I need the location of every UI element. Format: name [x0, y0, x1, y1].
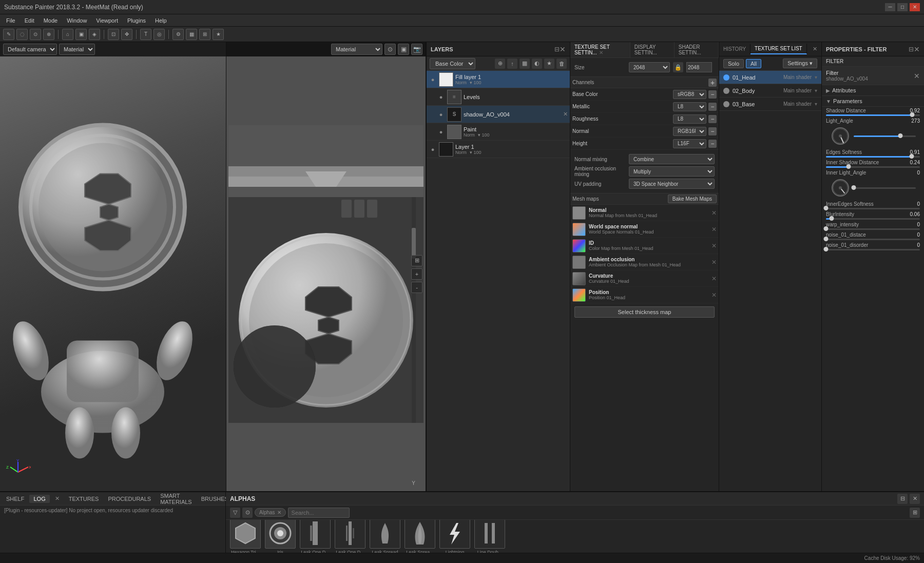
props-expand-icon[interactable]: ⊟	[909, 46, 914, 53]
tool-fill[interactable]: ▣	[75, 29, 87, 40]
normal-mixing-select[interactable]: Combine	[629, 154, 715, 164]
tool-settings-c[interactable]: ⊞	[199, 29, 210, 40]
select-thickness-btn[interactable]: Select thickness map	[574, 306, 715, 318]
mesh-map-close-position[interactable]: ✕	[711, 292, 717, 299]
layer-item-fill1[interactable]: ● Fill layer 1 Norm ▾ 100	[427, 71, 570, 88]
viewport-3d[interactable]: Default camera Material	[0, 42, 226, 491]
mesh-map-close-id[interactable]: ✕	[711, 242, 717, 249]
layer-item-shadow-ao[interactable]: ● S shadow_AO_v004 ✕	[427, 106, 570, 123]
param-shadow-slider[interactable]	[826, 114, 920, 116]
tool-clone[interactable]: ⊕	[43, 29, 54, 40]
menu-window[interactable]: Window	[63, 16, 91, 25]
layer-item-layer1[interactable]: ● Layer 1 Norm ▾ 100	[427, 141, 570, 158]
uv-padding-select[interactable]: 3D Space Neighbor	[629, 179, 715, 189]
channel-select-2d[interactable]: Material	[331, 44, 382, 55]
noise-dis-thumb[interactable]	[824, 247, 829, 251]
add-channel-btn[interactable]: +	[708, 79, 717, 87]
menu-file[interactable]: File	[2, 16, 20, 25]
size-input[interactable]	[686, 62, 712, 72]
ts-settings-btn[interactable]: Settings ▾	[783, 59, 817, 68]
menu-viewport[interactable]: Viewport	[92, 16, 122, 25]
mesh-map-close-ao[interactable]: ✕	[711, 259, 717, 266]
props-close-icon[interactable]: ✕	[914, 45, 920, 53]
bake-btn[interactable]: Bake Mesh Maps	[668, 195, 717, 203]
all-btn[interactable]: All	[746, 59, 761, 68]
vc-expand[interactable]: ⊞	[411, 255, 422, 266]
minimize-button[interactable]: ─	[885, 3, 895, 11]
ts-item-01-head[interactable]: 01_Head Main shader ▾	[719, 71, 821, 84]
layers-collapse-icon[interactable]: ⊟	[554, 46, 560, 53]
inner-shadow-thumb[interactable]	[846, 164, 851, 169]
tool-brush[interactable]: ⌂	[62, 29, 73, 40]
shadow-distance-thumb[interactable]	[910, 112, 915, 117]
inner-light-angle-thumb[interactable]	[852, 185, 856, 190]
layer-mask-btn[interactable]: ◐	[532, 59, 542, 69]
layer-eye-paint[interactable]: ●	[437, 128, 445, 136]
alpha-leak-spread[interactable]: Leak Spread	[370, 520, 400, 553]
viewport-2d[interactable]: Material ⊙ ▣ 📷	[226, 42, 426, 491]
camera-select[interactable]: Default camera	[3, 44, 57, 55]
layer-close-shadow[interactable]: ✕	[563, 111, 568, 118]
inner-light-angle-knob[interactable]	[830, 178, 851, 198]
edges-softness-track[interactable]	[826, 156, 920, 158]
channel-format-height[interactable]: L16F	[673, 139, 706, 148]
tool-selection[interactable]: ⊡	[108, 29, 119, 40]
blur-thumb[interactable]	[829, 216, 834, 221]
layer-eye-levels[interactable]: ●	[437, 93, 445, 101]
alpha-leak-spread2[interactable]: Leak Sprea...	[405, 520, 435, 553]
menu-edit[interactable]: Edit	[21, 16, 38, 25]
alpha-hexagon[interactable]: Hexagon Tri...	[230, 520, 261, 553]
tool-paint[interactable]: ✎	[3, 29, 14, 40]
screenshot-icon[interactable]: 📷	[411, 44, 422, 55]
tool-settings-b[interactable]: ▦	[186, 29, 197, 40]
camera-icon[interactable]: ⊙	[384, 44, 396, 55]
channel-remove-roughness[interactable]: −	[708, 115, 717, 123]
vc-zoom-out[interactable]: -	[411, 282, 422, 293]
tool-transform[interactable]: ✥	[121, 29, 132, 40]
param-noise-dist-slider[interactable]	[826, 239, 920, 240]
layer-item-paint[interactable]: ● Paint Norm ▾ 100	[427, 123, 570, 141]
channel-remove-normal[interactable]: −	[708, 127, 717, 135]
display-icon[interactable]: ▣	[398, 44, 409, 55]
tool-shape[interactable]: ◎	[153, 29, 165, 40]
tool-settings-d[interactable]: ★	[213, 29, 224, 40]
tab-history[interactable]: HISTORY	[719, 44, 750, 54]
layer-eye-fill1[interactable]: ●	[429, 75, 437, 84]
blur-track[interactable]	[826, 218, 920, 220]
viewport-2d-content[interactable]: ⊞ + - Y	[226, 56, 426, 491]
alpha-lightning[interactable]: Lightning	[439, 520, 470, 553]
edges-softness-thumb[interactable]	[909, 154, 914, 159]
alpha-iris[interactable]: Iris	[265, 520, 296, 553]
alphas-expand-btn[interactable]: ⊟	[897, 494, 908, 504]
tab-log[interactable]: LOG	[29, 495, 49, 503]
light-angle-knob[interactable]	[830, 126, 851, 146]
param-inner-edges-slider[interactable]	[826, 208, 920, 209]
maximize-button[interactable]: □	[897, 3, 908, 11]
tab-textures[interactable]: TEXTURES	[65, 495, 103, 503]
filter-close-icon[interactable]: ✕	[914, 72, 920, 80]
noise-dist-thumb[interactable]	[824, 237, 829, 241]
attributes-section[interactable]: ▶ Attributes	[822, 85, 924, 96]
layer-effect-btn[interactable]: ★	[544, 59, 554, 69]
param-warp-slider[interactable]	[826, 228, 920, 230]
panel-close-history[interactable]: ✕	[808, 46, 821, 52]
inner-edges-track[interactable]	[826, 208, 920, 209]
tab-texture-set-list[interactable]: TEXTURE SET LIST	[750, 44, 807, 54]
alphas-search-input[interactable]	[288, 508, 350, 518]
tab-shelf[interactable]: SHELF	[2, 495, 28, 503]
tool-text[interactable]: T	[140, 29, 151, 40]
tab-smart-materials[interactable]: SMART MATERIALS	[156, 492, 196, 506]
alphas-close-btn[interactable]: ✕	[910, 494, 920, 504]
tool-settings-a[interactable]: ⚙	[172, 29, 184, 40]
ts-item-03-base[interactable]: 03_Base Main shader ▾	[719, 98, 821, 111]
tab-procedurals[interactable]: PROCEDURALS	[104, 495, 155, 503]
layers-close-icon[interactable]: ✕	[560, 45, 566, 53]
layer-group-btn[interactable]: ▦	[519, 59, 530, 69]
layer-import-btn[interactable]: ↑	[507, 59, 517, 69]
light-angle-track[interactable]	[854, 135, 916, 137]
param-edges-slider[interactable]	[826, 156, 920, 158]
alphas-filter-btn[interactable]: ▽	[230, 508, 240, 518]
inner-shadow-track[interactable]	[826, 166, 920, 168]
solo-btn[interactable]: Solo	[723, 59, 744, 68]
menu-mode[interactable]: Mode	[40, 16, 62, 25]
